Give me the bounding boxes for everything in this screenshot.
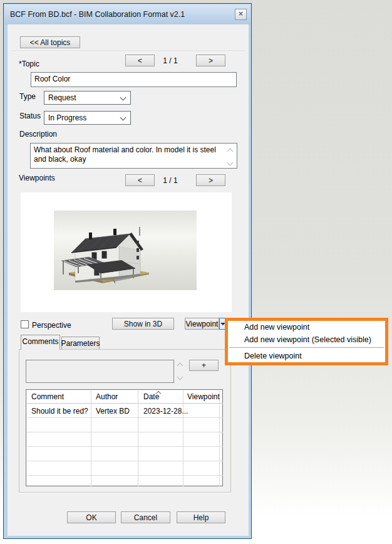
viewpoint-next-button[interactable]: > [196, 174, 225, 186]
tab-comments[interactable]: Comments [21, 335, 60, 350]
screen-background: BCF From BD.bcf - BIM Collaboration Form… [0, 0, 392, 544]
topic-next-button[interactable]: > [196, 55, 225, 66]
status-dropdown[interactable]: In Progress [44, 111, 131, 125]
combo-arrow-icon [120, 95, 126, 101]
type-dropdown-value: Request [48, 93, 76, 102]
viewpoint-button[interactable]: Viewpoint [185, 318, 219, 330]
viewpoint-menu-highlight: Add new viewpoint Add new viewpoint (Sel… [225, 318, 388, 365]
bcf-dialog: BCF From BD.bcf - BIM Collaboration Form… [3, 3, 252, 539]
viewpoints-label: Viewpoints [19, 174, 55, 182]
viewpoint-context-menu: Add new viewpoint Add new viewpoint (Sel… [228, 321, 385, 362]
status-dropdown-value: In Progress [48, 113, 86, 122]
tab-parameters-label: Parameters [61, 339, 100, 348]
ok-button[interactable]: OK [67, 511, 116, 523]
tab-parameters[interactable]: Parameters [61, 337, 100, 350]
type-label: Type [19, 92, 36, 101]
dialog-title: BCF From BD.bcf - BIM Collaboration Form… [10, 10, 185, 19]
topic-prev-button[interactable]: < [125, 55, 155, 66]
viewpoint-image-area [21, 192, 232, 312]
perspective-label: Perspective [32, 321, 71, 330]
status-label: Status [19, 112, 41, 120]
comments-tab-pane [19, 349, 231, 493]
cancel-button[interactable]: Cancel [121, 511, 170, 523]
menu-item-add-new-viewpoint[interactable]: Add new viewpoint [228, 321, 385, 333]
viewpoint-prev-button[interactable]: < [125, 174, 155, 186]
tab-comments-label: Comments [22, 337, 58, 346]
house-model-image [54, 211, 197, 290]
menu-item-delete-viewpoint[interactable]: Delete viewpoint [228, 350, 385, 362]
close-icon: × [239, 9, 243, 18]
section-separator [13, 51, 245, 51]
description-label: Description [19, 130, 57, 139]
topic-pager-position: 1 / 1 [160, 56, 181, 65]
viewpoint-thumbnail[interactable] [54, 211, 197, 290]
help-button[interactable]: Help [177, 511, 225, 523]
topic-label: *Topic [19, 60, 39, 68]
show-in-3d-button[interactable]: Show in 3D [112, 318, 174, 330]
dialog-body: << All topics *Topic < 1 / 1 > Roof Colo… [8, 24, 249, 536]
menu-item-add-new-viewpoint-selected-visible[interactable]: Add new viewpoint (Selected visible) [228, 333, 385, 346]
description-input[interactable]: What about Roof material and color. In m… [30, 143, 237, 169]
dialog-titlebar[interactable]: BCF From BD.bcf - BIM Collaboration Form… [4, 4, 250, 24]
combo-arrow-icon [120, 115, 126, 121]
type-dropdown[interactable]: Request [44, 91, 131, 105]
viewpoint-pager-position: 1 / 1 [160, 176, 181, 185]
all-topics-button[interactable]: << All topics [20, 36, 80, 48]
menu-separator [229, 347, 384, 348]
topic-input[interactable]: Roof Color [31, 72, 237, 87]
close-button[interactable]: × [235, 9, 247, 20]
perspective-checkbox[interactable] [21, 320, 29, 328]
